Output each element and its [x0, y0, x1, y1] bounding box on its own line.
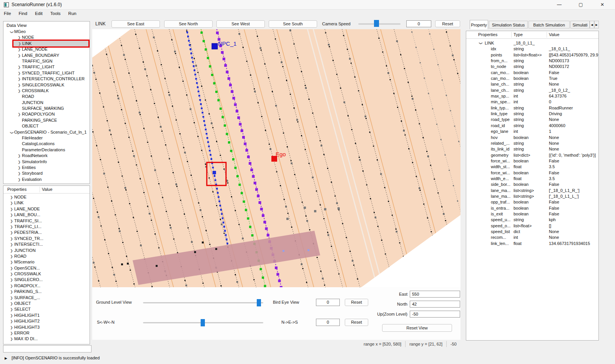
prop-row-force-wi[interactable]: force_wi...booleanFalse: [466, 158, 598, 164]
chevron-right-icon[interactable]: ❯: [9, 236, 14, 242]
props-item-surface[interactable]: ❯SURFACE_...: [3, 295, 90, 301]
chevron-right-icon[interactable]: ❯: [17, 153, 22, 159]
prop-row-width-e[interactable]: width_e...float3.5: [466, 176, 598, 182]
props-item-singlecro[interactable]: ❯SINGLECRO...: [3, 277, 90, 283]
tree-item-openscenario-scenario-cut-in-1[interactable]: ❯OpenSCENARIO - Scenario_Cut_In_1: [3, 129, 90, 135]
nes-reset-button[interactable]: Reset: [345, 319, 368, 326]
camera-speed-handle[interactable]: [374, 20, 379, 27]
menu-tools[interactable]: Tools: [47, 10, 65, 18]
tree-item-link[interactable]: ❯LINK: [13, 41, 88, 46]
prop-row-geometry[interactable]: geometrylist<dict>[{'id': 0, 'method': '…: [466, 152, 598, 158]
prop-row-points[interactable]: pointslist<list<float>>[[543.40531475097…: [466, 52, 598, 58]
chevron-right-icon[interactable]: ❯: [17, 53, 22, 59]
npc-vehicle-marker[interactable]: [212, 43, 218, 49]
chevron-right-icon[interactable]: ❯: [17, 171, 22, 177]
prop-row-from-n[interactable]: from_n...stringND000173: [466, 58, 598, 64]
bird-eye-reset-button[interactable]: Reset: [345, 299, 368, 306]
prop-row-link-type[interactable]: link_typestringDriving: [466, 111, 598, 117]
chevron-right-icon[interactable]: ❯: [17, 88, 22, 94]
prop-row-speed-u[interactable]: speed_u...stringkph: [466, 217, 598, 223]
props-item-lane-node[interactable]: ❯LANE_NODE: [3, 206, 90, 212]
chevron-right-icon[interactable]: ❯: [9, 271, 14, 277]
chevron-right-icon[interactable]: ❯: [9, 248, 14, 254]
chevron-right-icon[interactable]: ❯: [17, 165, 22, 171]
prop-row-road-type[interactable]: road_typestringNone: [466, 117, 598, 122]
up-zoom-input[interactable]: -50: [410, 311, 460, 318]
prop-row-idx[interactable]: idxstring_18_0_L1_: [466, 46, 598, 52]
props-item-openscen[interactable]: ❯OpenSCEN...: [3, 265, 90, 271]
chevron-right-icon[interactable]: ❯: [9, 266, 14, 271]
chevron-right-icon[interactable]: ❯: [9, 195, 14, 200]
props-item-intersecti[interactable]: ❯INTERSECTI...: [3, 242, 90, 247]
prop-row-road-id[interactable]: road_idstring4000060: [466, 123, 598, 129]
tree-item-lane-boundary[interactable]: ❯LANE_BOUNDARY: [3, 53, 90, 58]
tree-item-cataloglocations[interactable]: CatalogLocations: [3, 141, 90, 147]
bird-eye-input[interactable]: 0: [316, 299, 340, 306]
props-item-link[interactable]: ❯LINK: [3, 200, 90, 206]
chevron-right-icon[interactable]: ❯: [9, 283, 14, 289]
map-viewport[interactable]: NPC_1 Ego: [92, 29, 460, 287]
prop-row-lane-ma[interactable]: lane_ma...list<string>['_18_0_L1_L_']: [466, 194, 598, 199]
tree-item-singlecrosswalk[interactable]: ❯SINGLECROSSWALK: [3, 82, 90, 88]
tree-item-crosswalk[interactable]: ❯CROSSWALK: [3, 88, 90, 94]
prop-row-can-mo[interactable]: can_mo...booleanFalse: [466, 70, 598, 76]
chevron-right-icon[interactable]: ❯: [9, 224, 14, 230]
chevron-right-icon[interactable]: ❯: [9, 307, 14, 313]
props-item-highlight3[interactable]: ❯HIGHLIGHT3: [3, 324, 90, 330]
chevron-right-icon[interactable]: ❯: [9, 313, 14, 319]
chevron-right-icon[interactable]: ❯: [9, 207, 14, 212]
maximize-button[interactable]: ▢: [572, 0, 590, 10]
tree-item-simulatorinfo[interactable]: ❯SimulatorInfo: [3, 159, 90, 165]
menu-file[interactable]: File: [0, 10, 15, 18]
props-item-road[interactable]: ❯ROAD: [3, 253, 90, 259]
props-item-parking-s[interactable]: ❯PARKING_S...: [3, 289, 90, 295]
tree-item-fileheader[interactable]: FileHeader: [3, 135, 90, 141]
chevron-down-icon[interactable]: ❯: [8, 130, 14, 135]
chevron-right-icon[interactable]: ❯: [9, 200, 14, 206]
chevron-right-icon[interactable]: ❯: [9, 277, 14, 283]
tab-property[interactable]: Property: [470, 20, 488, 29]
chevron-right-icon[interactable]: ❯: [17, 177, 22, 183]
menu-find[interactable]: Find: [15, 10, 31, 18]
chevron-right-icon[interactable]: ❯: [9, 301, 14, 307]
props-item-highlight2[interactable]: ❯HIGHLIGHT2: [3, 318, 90, 324]
props-item-mscenario[interactable]: ❯MScenario: [3, 259, 90, 265]
prop-row-is-exit[interactable]: is_exitbooleanFalse: [466, 211, 598, 217]
chevron-right-icon[interactable]: ❯: [9, 242, 14, 248]
tree-item-object[interactable]: OBJECT: [3, 123, 90, 129]
chevron-right-icon[interactable]: ❯: [9, 260, 14, 265]
chevron-right-icon[interactable]: ❯: [9, 295, 14, 301]
menu-edit[interactable]: Edit: [31, 10, 47, 18]
prop-row-lane-ch[interactable]: lane_ch...string_18_0_L2_: [466, 88, 598, 93]
chevron-down-icon[interactable]: ❯: [478, 42, 484, 45]
minimize-button[interactable]: —: [550, 0, 568, 10]
chevron-right-icon[interactable]: ❯: [9, 218, 14, 224]
tree-item-junction[interactable]: JUNCTION: [3, 100, 90, 106]
chevron-right-icon[interactable]: ❯: [17, 76, 22, 82]
camera-speed-input[interactable]: 0: [406, 20, 431, 27]
see-north-button[interactable]: See North: [164, 20, 213, 28]
chevron-right-icon[interactable]: ❯: [17, 41, 22, 47]
chevron-right-icon[interactable]: ❯: [9, 230, 14, 236]
prop-row-is-entra[interactable]: is_entra...booleanFalse: [466, 205, 598, 211]
prop-row-link-len[interactable]: link_len...float134.66731791934015: [466, 241, 598, 247]
tab-batch-simulation[interactable]: Batch Simulation: [529, 21, 570, 28]
camera-speed-reset-button[interactable]: Reset: [435, 20, 460, 27]
close-button[interactable]: ✕: [593, 0, 611, 10]
expander-triangle-icon[interactable]: ▶: [5, 356, 7, 360]
chevron-right-icon[interactable]: ❯: [17, 47, 22, 53]
prop-row-lane-ma[interactable]: lane_ma...list<string>['_18_0_L1_R_']: [466, 188, 598, 194]
tree-item-mgeo[interactable]: ❯MGeo: [3, 29, 90, 35]
tab-simulati[interactable]: Simulati: [570, 21, 590, 28]
props-item-node[interactable]: ❯NODE: [3, 194, 90, 200]
tree-item-parking-space[interactable]: PARKING_SPACE: [3, 117, 90, 123]
tree-item-roadpolygon[interactable]: ❯ROADPOLYGON: [3, 111, 90, 117]
chevron-right-icon[interactable]: ❯: [9, 254, 14, 260]
see-east-button[interactable]: See East: [111, 20, 160, 28]
chevron-right-icon[interactable]: ❯: [9, 212, 14, 218]
prop-row-lane-ch[interactable]: lane_ch...stringNone: [466, 81, 598, 87]
tree-item-road[interactable]: ROAD: [3, 94, 90, 99]
prop-row-speed-o[interactable]: speed_o...list<float>[]: [466, 223, 598, 229]
props-item-junction[interactable]: ❯JUNCTION: [3, 248, 90, 253]
chevron-right-icon[interactable]: ❯: [17, 159, 22, 165]
